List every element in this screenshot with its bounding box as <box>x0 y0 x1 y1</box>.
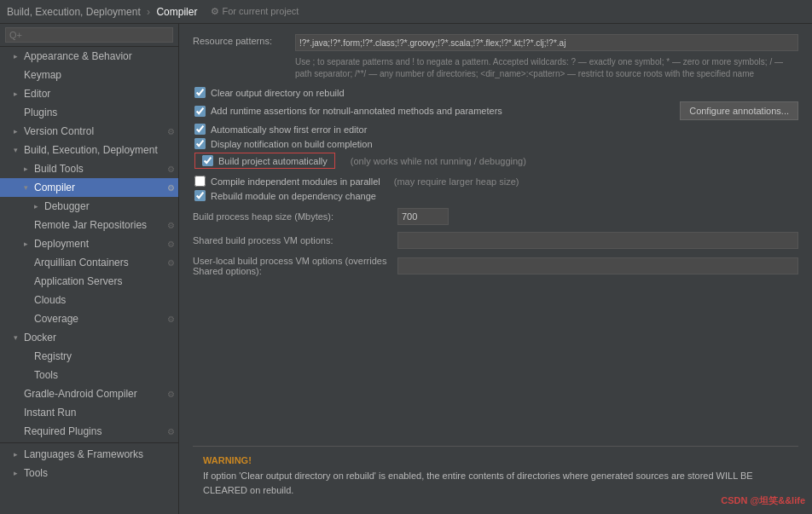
user-local-vm-input[interactable] <box>397 257 798 274</box>
arrow-icon: ▸ <box>24 165 34 173</box>
display-notification-label[interactable]: Display notification on build completion <box>211 139 373 149</box>
sidebar-item-label: Plugins <box>24 107 175 118</box>
breadcrumb-separator: › <box>147 6 150 18</box>
sidebar-item-coverage[interactable]: Coverage ⚙ <box>0 309 178 328</box>
shared-vm-input[interactable] <box>397 232 798 249</box>
arrow-icon: ▸ <box>14 127 24 136</box>
settings-icon: ⚙ <box>167 390 175 399</box>
sidebar-item-tools-top[interactable]: ▸ Tools <box>0 464 178 482</box>
sidebar-item-label: Build, Execution, Deployment <box>24 144 175 156</box>
settings-icon: ⚙ <box>167 183 175 193</box>
sidebar-item-label: Languages & Frameworks <box>24 448 175 460</box>
search-input[interactable] <box>5 27 173 43</box>
add-runtime-checkbox[interactable] <box>194 106 206 117</box>
sidebar-item-label: Instant Run <box>24 407 175 419</box>
sidebar-item-editor[interactable]: ▸ Editor <box>0 84 178 103</box>
search-bar[interactable] <box>0 24 178 47</box>
sidebar-item-build-tools[interactable]: ▸ Build Tools ⚙ <box>0 159 178 178</box>
settings-icon: ⚙ <box>167 258 175 268</box>
clear-output-label[interactable]: Clear output directory on rebuild <box>211 88 345 98</box>
user-local-vm-label: User-local build process VM options (ove… <box>193 256 397 276</box>
configure-annotations-button[interactable]: Configure annotations... <box>680 101 798 120</box>
arrow-icon: ▾ <box>14 146 24 154</box>
clear-output-checkbox[interactable] <box>194 87 206 98</box>
sidebar-item-instant-run[interactable]: Instant Run <box>0 403 178 422</box>
sidebar-item-version-control[interactable]: ▸ Version Control ⚙ <box>0 122 178 141</box>
arrow-icon: ▸ <box>24 240 34 248</box>
sidebar-item-gradle-android[interactable]: Gradle-Android Compiler ⚙ <box>0 384 178 403</box>
title-bar: Build, Execution, Deployment › Compiler … <box>0 0 812 24</box>
compile-independent-label[interactable]: Compile independent modules in parallel <box>211 176 380 187</box>
heap-size-label: Build process heap size (Mbytes): <box>193 211 397 222</box>
sidebar-item-app-servers[interactable]: Application Servers <box>0 272 178 291</box>
sidebar-item-label: Keymap <box>24 69 175 81</box>
sidebar-item-tools[interactable]: Tools <box>0 366 178 384</box>
sidebar-item-plugins[interactable]: Plugins <box>0 103 178 122</box>
warning-box: WARNING! If option 'Clear output directo… <box>193 446 798 505</box>
sidebar-item-required-plugins[interactable]: Required Plugins ⚙ <box>0 422 178 441</box>
sidebar-item-label: Version Control <box>24 125 164 137</box>
sidebar-item-label: Debugger <box>44 200 175 212</box>
sidebar-item-label: Build Tools <box>34 163 164 175</box>
sidebar-item-arquillian[interactable]: Arquillian Containers ⚙ <box>0 253 178 272</box>
shared-vm-row: Shared build process VM options: <box>193 232 798 249</box>
sidebar-item-label: Tools <box>34 369 175 381</box>
shared-vm-label: Shared build process VM options: <box>193 235 397 245</box>
sidebar-item-compiler[interactable]: ▾ Compiler ⚙ <box>0 178 178 197</box>
settings-icon: ⚙ <box>167 315 175 324</box>
display-notification-row: Display notification on build completion <box>193 138 798 149</box>
show-first-error-checkbox[interactable] <box>194 124 206 135</box>
user-local-vm-row: User-local build process VM options (ove… <box>193 256 798 276</box>
build-project-row: Build project automatically (only works … <box>193 153 798 172</box>
settings-icon: ⚙ <box>167 165 175 174</box>
content-panel: Resource patterns: Use ; to separate pat… <box>179 24 812 514</box>
sidebar-item-label: Application Servers <box>34 275 175 287</box>
settings-icon: ⚙ <box>167 240 175 249</box>
watermark: CSDN @坦笑&&life <box>721 494 805 507</box>
heap-size-row: Build process heap size (Mbytes): <box>193 208 798 225</box>
rebuild-module-row: Rebuild module on dependency change <box>193 190 798 201</box>
sidebar-item-label: Deployment <box>34 238 164 250</box>
sidebar-item-label: Gradle-Android Compiler <box>24 388 164 400</box>
display-notification-checkbox[interactable] <box>194 138 206 149</box>
sidebar-item-label: Required Plugins <box>24 425 164 437</box>
build-project-auto-checkbox[interactable] <box>202 155 213 166</box>
sidebar: ▸ Appearance & Behavior Keymap ▸ Editor … <box>0 24 179 514</box>
sidebar-item-debugger[interactable]: ▸ Debugger <box>0 197 178 216</box>
compile-independent-row: Compile independent modules in parallel … <box>193 176 798 187</box>
resource-patterns-label: Resource patterns: <box>193 34 295 46</box>
rebuild-module-label[interactable]: Rebuild module on dependency change <box>211 191 376 201</box>
sidebar-item-docker[interactable]: ▾ Docker <box>0 328 178 347</box>
sidebar-item-label: Coverage <box>34 313 164 325</box>
warning-text: If option 'Clear output directory on reb… <box>203 469 788 497</box>
arrow-icon: ▸ <box>34 202 44 211</box>
breadcrumb: Build, Execution, Deployment › Compiler <box>7 6 197 18</box>
build-project-auto-label[interactable]: Build project automatically <box>218 156 328 166</box>
sidebar-divider <box>0 442 178 443</box>
add-runtime-label[interactable]: Add runtime assertions for notnull-annot… <box>211 106 671 116</box>
sidebar-item-build-exec[interactable]: ▾ Build, Execution, Deployment <box>0 141 178 159</box>
build-project-note: (only works while not running / debuggin… <box>349 156 526 166</box>
rebuild-module-checkbox[interactable] <box>194 190 206 201</box>
show-first-error-label[interactable]: Automatically show first error in editor <box>211 124 367 135</box>
sidebar-item-keymap[interactable]: Keymap <box>0 66 178 84</box>
sidebar-item-languages[interactable]: ▸ Languages & Frameworks <box>0 445 178 464</box>
add-runtime-row: Add runtime assertions for notnull-annot… <box>193 101 798 120</box>
sidebar-item-label: Clouds <box>34 294 175 306</box>
sidebar-item-label: Tools <box>24 467 175 479</box>
sidebar-item-remote-jar[interactable]: Remote Jar Repositories ⚙ <box>0 216 178 234</box>
build-project-highlighted: Build project automatically <box>194 153 335 169</box>
arrow-icon: ▸ <box>14 469 24 477</box>
heap-size-input[interactable] <box>397 208 449 225</box>
compile-independent-checkbox[interactable] <box>194 176 206 187</box>
help-text: Use ; to separate patterns and ! to nega… <box>193 56 798 80</box>
sidebar-item-clouds[interactable]: Clouds <box>0 291 178 309</box>
sidebar-item-appearance[interactable]: ▸ Appearance & Behavior <box>0 47 178 66</box>
compile-independent-note: (may require larger heap size) <box>394 176 519 187</box>
resource-patterns-input[interactable] <box>295 34 798 51</box>
sidebar-item-registry[interactable]: Registry <box>0 347 178 366</box>
sidebar-item-deployment[interactable]: ▸ Deployment ⚙ <box>0 234 178 253</box>
for-current-project[interactable]: ⚙ For current project <box>211 6 299 17</box>
settings-icon: ⚙ <box>167 127 175 136</box>
sidebar-item-label: Compiler <box>34 182 164 193</box>
